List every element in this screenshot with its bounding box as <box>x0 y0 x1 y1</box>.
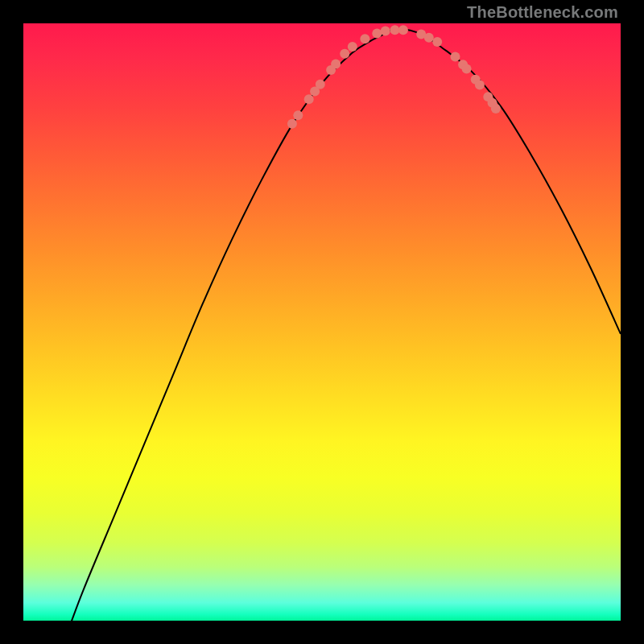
marker-dot <box>287 119 297 129</box>
curve-layer <box>23 23 621 621</box>
marker-dot <box>316 80 325 89</box>
marker-group <box>287 25 501 129</box>
marker-dot <box>340 49 349 59</box>
marker-dot <box>462 64 472 73</box>
marker-dot <box>348 42 357 52</box>
marker-dot <box>451 52 460 62</box>
marker-dot <box>304 94 314 104</box>
marker-dot <box>331 60 341 69</box>
marker-dot <box>398 25 408 35</box>
marker-dot <box>360 34 369 43</box>
marker-dot <box>293 110 303 120</box>
marker-dot <box>491 104 501 114</box>
marker-dot <box>424 33 434 43</box>
bottleneck-curve <box>65 29 621 639</box>
watermark: TheBottleneck.com <box>467 3 618 22</box>
marker-dot <box>390 25 400 35</box>
plot-area <box>23 23 621 621</box>
marker-dot <box>372 29 382 39</box>
chart-container: TheBottleneck.com <box>0 0 644 644</box>
marker-dot <box>475 80 485 89</box>
marker-dot <box>432 37 442 47</box>
marker-dot <box>381 27 390 36</box>
